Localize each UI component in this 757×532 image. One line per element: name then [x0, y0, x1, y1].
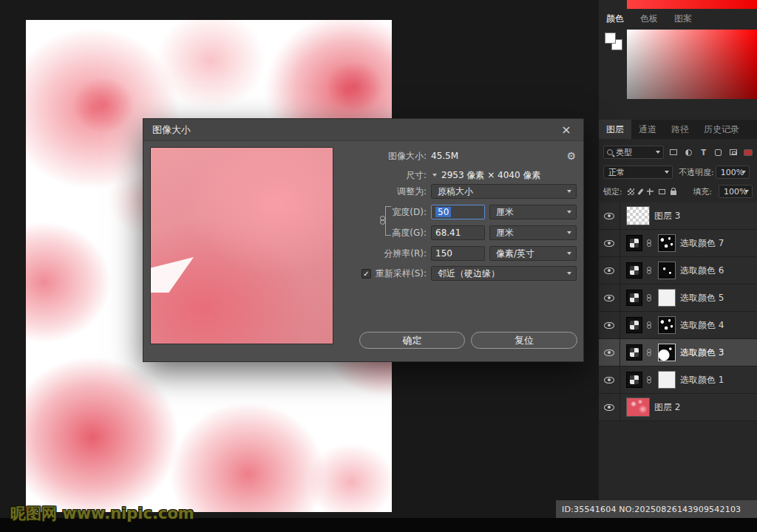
lock-label: 锁定: — [603, 186, 622, 197]
layer-name[interactable]: 选取颜色 4 — [680, 319, 724, 332]
adjustment-thumbnail[interactable] — [626, 317, 642, 333]
tab-paths[interactable]: 路径 — [664, 120, 696, 139]
foreground-color-swatch[interactable] — [605, 33, 616, 44]
mask-thumbnail[interactable] — [658, 316, 676, 334]
tab-patterns[interactable]: 图案 — [674, 13, 692, 25]
height-value: 68.41 — [435, 228, 461, 238]
layer-row-selective-color-3-selected[interactable]: 选取颜色 3 — [599, 339, 757, 366]
visibility-toggle[interactable] — [599, 312, 620, 338]
saturation-brightness-field[interactable] — [627, 30, 757, 99]
filter-shape-button[interactable] — [713, 147, 723, 157]
tab-swatches[interactable]: 色板 — [640, 13, 658, 25]
visibility-toggle[interactable] — [599, 257, 620, 284]
close-icon[interactable]: × — [558, 123, 574, 137]
layer-name[interactable]: 选取颜色 7 — [680, 237, 724, 250]
width-input[interactable]: 50 — [431, 205, 485, 219]
layer-row-selective-color-6[interactable]: 选取颜色 6 — [599, 257, 757, 284]
filter-kind-select[interactable]: 类型 — [603, 146, 664, 159]
layer-row-layer-3[interactable]: 图层 3 — [599, 202, 757, 230]
layer-row-selective-color-4[interactable]: 选取颜色 4 — [599, 312, 757, 339]
chevron-down-icon — [567, 252, 571, 255]
resample-label: 重新采样(S): — [376, 267, 427, 280]
mask-thumbnail[interactable] — [658, 289, 676, 307]
layer-row-selective-color-5[interactable]: 选取颜色 5 — [599, 284, 757, 312]
selective-color-icon — [630, 293, 639, 302]
layer-name[interactable]: 图层 2 — [654, 401, 680, 414]
layer-name[interactable]: 选取颜色 6 — [680, 265, 724, 277]
adjustment-thumbnail[interactable] — [626, 262, 642, 279]
width-unit-select[interactable]: 厘米 — [489, 205, 577, 219]
ok-button[interactable]: 确定 — [359, 332, 465, 349]
lock-all-icon[interactable] — [671, 191, 676, 195]
layer-name[interactable]: 选取颜色 3 — [680, 347, 724, 359]
filter-adjustment-button[interactable] — [684, 147, 693, 157]
fill-value: 100% — [724, 187, 747, 197]
mask-thumbnail[interactable] — [658, 344, 676, 361]
layer-row-selective-color-7[interactable]: 选取颜色 7 — [599, 230, 757, 257]
mask-thumbnail[interactable] — [658, 371, 676, 389]
visibility-toggle[interactable] — [599, 230, 620, 256]
layer-row-layer-2[interactable]: 图层 2 — [599, 394, 757, 421]
tab-color[interactable]: 颜色 — [606, 13, 624, 25]
lock-artboard-icon[interactable] — [659, 189, 665, 194]
resample-checkbox[interactable]: ✓ — [361, 269, 371, 279]
tab-channels[interactable]: 通道 — [631, 120, 664, 139]
mask-thumbnail[interactable] — [658, 234, 676, 252]
blend-mode-select[interactable]: 正常 — [603, 166, 673, 179]
layer-name[interactable]: 图层 3 — [654, 210, 680, 222]
eye-icon — [604, 240, 614, 247]
filter-pixel-button[interactable] — [669, 147, 679, 157]
fill-select[interactable]: 100% — [719, 185, 753, 198]
gear-icon[interactable]: ⚙ — [566, 151, 576, 161]
eye-icon — [604, 349, 614, 356]
adjustment-thumbnail[interactable] — [626, 235, 642, 251]
lock-position-icon[interactable] — [647, 188, 654, 195]
height-input[interactable]: 68.41 — [431, 225, 485, 240]
adjustment-layer-icon — [685, 149, 692, 156]
adjustment-thumbnail[interactable] — [626, 372, 642, 388]
layer-row-selective-color-1[interactable]: 选取颜色 1 — [599, 366, 757, 394]
dialog-title: 图像大小 — [152, 123, 191, 137]
dimensions-label: 尺寸: — [330, 169, 431, 182]
layer-name[interactable]: 选取颜色 5 — [680, 292, 724, 304]
color-ramp[interactable] — [627, 0, 757, 9]
layer-thumbnail[interactable] — [626, 398, 650, 417]
eye-icon — [604, 322, 614, 329]
lock-image-icon[interactable] — [637, 188, 643, 195]
opacity-select[interactable]: 100% — [716, 166, 750, 179]
filter-on-toggle[interactable] — [744, 149, 753, 156]
resolution-value: 150 — [435, 248, 452, 259]
visibility-toggle[interactable] — [599, 366, 620, 393]
tab-history[interactable]: 历史记录 — [696, 120, 747, 139]
dimensions-chevron-icon[interactable] — [432, 174, 437, 177]
filter-smart-object-button[interactable] — [728, 147, 738, 157]
image-preview[interactable] — [150, 147, 333, 344]
visibility-toggle[interactable] — [599, 284, 620, 311]
resample-label-wrap: ✓ 重新采样(S): — [330, 267, 431, 280]
foreground-background-swatches[interactable] — [605, 33, 625, 53]
visibility-toggle[interactable] — [599, 339, 620, 366]
reset-button[interactable]: 复位 — [471, 332, 577, 349]
visibility-toggle[interactable] — [599, 394, 620, 420]
adjustment-thumbnail[interactable] — [626, 344, 642, 361]
height-unit-value: 厘米 — [496, 227, 514, 239]
resample-select[interactable]: 邻近（硬边缘） — [431, 266, 577, 281]
mask-thumbnail[interactable] — [658, 262, 676, 279]
filter-type-button[interactable]: T — [699, 147, 708, 157]
resolution-unit-value: 像素/英寸 — [496, 248, 534, 260]
visibility-toggle[interactable] — [599, 202, 620, 229]
lock-transparency-icon[interactable] — [628, 188, 634, 195]
layer-thumbnail[interactable] — [626, 206, 650, 225]
link-icon[interactable] — [380, 216, 387, 225]
height-unit-select[interactable]: 厘米 — [489, 225, 577, 240]
dialog-titlebar[interactable]: 图像大小 × — [143, 119, 583, 141]
eye-icon — [604, 213, 614, 219]
resolution-unit-select[interactable]: 像素/英寸 — [489, 246, 577, 261]
preview-highlight — [151, 257, 194, 293]
layer-name[interactable]: 选取颜色 1 — [680, 374, 724, 386]
resolution-input[interactable]: 150 — [431, 246, 485, 261]
adjustment-thumbnail[interactable] — [626, 290, 642, 306]
fit-to-select[interactable]: 原稿大小 — [431, 184, 577, 199]
chevron-down-icon — [744, 190, 749, 193]
tab-layers[interactable]: 图层 — [599, 120, 631, 139]
